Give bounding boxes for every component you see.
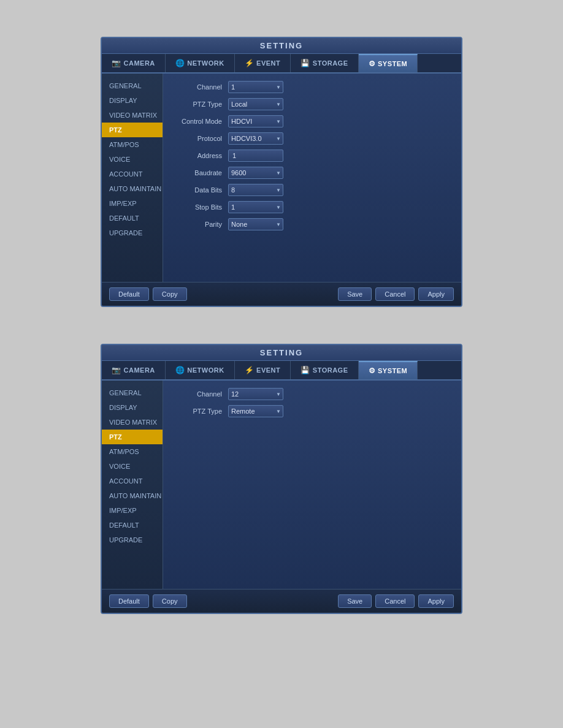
sidebar-default-1[interactable]: DEFAULT <box>102 211 163 226</box>
network-icon-2: 🌐 <box>175 366 185 374</box>
tab-event-2[interactable]: ⚡ EVENT <box>235 361 291 379</box>
sidebar-atmpos-2[interactable]: ATM/POS <box>102 444 163 459</box>
databits-select-wrapper-1: 8 <box>228 184 283 196</box>
sidebar-display-2[interactable]: DISPLAY <box>102 400 163 415</box>
sidebar-account-1[interactable]: ACCOUNT <box>102 167 163 181</box>
address-row-1: Address <box>173 150 451 162</box>
cancel-button-2[interactable]: Cancel <box>375 594 415 608</box>
btn-group-left-2: Default Copy <box>109 594 187 608</box>
sidebar-display-1[interactable]: DISPLAY <box>102 93 163 108</box>
sidebar-voice-2[interactable]: VOICE <box>102 459 163 474</box>
network-icon-1: 🌐 <box>175 59 185 67</box>
dvr-window-1: SETTING 📷 CAMERA 🌐 NETWORK ⚡ EVENT 💾 STO… <box>101 37 462 307</box>
copy-button-2[interactable]: Copy <box>153 594 187 608</box>
sidebar-voice-1[interactable]: VOICE <box>102 152 163 167</box>
camera-icon-2: 📷 <box>112 366 121 374</box>
default-button-2[interactable]: Default <box>109 594 149 608</box>
tab-system-1[interactable]: ⚙ SYSTEM <box>359 54 418 72</box>
sidebar-default-2[interactable]: DEFAULT <box>102 518 163 533</box>
bottom-bar-2: Default Copy Save Cancel Apply <box>102 589 461 613</box>
protocol-select-1[interactable]: HDCVI3.0 <box>228 132 283 145</box>
parity-label-1: Parity <box>173 221 228 228</box>
stopbits-select-1[interactable]: 1 <box>228 201 283 213</box>
tab-system-2[interactable]: ⚙ SYSTEM <box>359 361 418 379</box>
ptztype-select-1[interactable]: Local Remote <box>228 98 283 110</box>
tab-event-1[interactable]: ⚡ EVENT <box>235 54 291 72</box>
apply-button-2[interactable]: Apply <box>418 594 454 608</box>
controlmode-row-1: Control Mode HDCVI <box>173 115 451 127</box>
default-button-1[interactable]: Default <box>109 287 149 301</box>
baudrate-select-1[interactable]: 9600 <box>228 167 283 179</box>
sidebar-upgrade-2[interactable]: UPGRADE <box>102 533 163 547</box>
save-button-2[interactable]: Save <box>338 594 372 608</box>
controlmode-select-1[interactable]: HDCVI <box>228 115 283 127</box>
tab-storage-2[interactable]: 💾 STORAGE <box>291 361 358 379</box>
sidebar-ptz-2[interactable]: PTZ <box>102 430 163 444</box>
databits-select-1[interactable]: 8 <box>228 184 283 196</box>
ptztype-select-2[interactable]: Remote Local <box>228 405 283 417</box>
apply-button-1[interactable]: Apply <box>418 287 454 301</box>
channel-row-2: Channel 12 <box>173 388 451 400</box>
main-panel-1: Channel 1 PTZ Type Local Remote <box>163 74 461 282</box>
form-panel-2: Channel 12 PTZ Type Remote Local <box>163 381 461 589</box>
parity-row-1: Parity None <box>173 218 451 230</box>
baudrate-select-wrapper-1: 9600 <box>228 167 283 179</box>
storage-icon-1: 💾 <box>301 59 310 67</box>
sidebar-general-2[interactable]: GENERAL <box>102 385 163 400</box>
sidebar-impexp-2[interactable]: IMP/EXP <box>102 503 163 518</box>
channel-select-wrapper-1: 1 <box>228 81 283 93</box>
ptztype-label-2: PTZ Type <box>173 408 228 415</box>
channel-label-2: Channel <box>173 390 228 398</box>
sidebar-1: GENERAL DISPLAY VIDEO MATRIX PTZ ATM/POS… <box>102 74 163 282</box>
channel-row-1: Channel 1 <box>173 81 451 93</box>
sidebar-impexp-1[interactable]: IMP/EXP <box>102 196 163 211</box>
event-icon-1: ⚡ <box>245 59 255 67</box>
sidebar-videomatrix-1[interactable]: VIDEO MATRIX <box>102 108 163 123</box>
stopbits-row-1: Stop Bits 1 <box>173 201 451 213</box>
sidebar-account-2[interactable]: ACCOUNT <box>102 474 163 488</box>
databits-row-1: Data Bits 8 <box>173 184 451 196</box>
save-button-1[interactable]: Save <box>338 287 372 301</box>
baudrate-row-1: Baudrate 9600 <box>173 167 451 179</box>
parity-select-wrapper-1: None <box>228 218 283 230</box>
baudrate-label-1: Baudrate <box>173 169 228 176</box>
tab-camera-2[interactable]: 📷 CAMERA <box>102 361 166 379</box>
btn-group-left-1: Default Copy <box>109 287 187 301</box>
event-icon-2: ⚡ <box>245 366 255 374</box>
btn-group-right-2: Save Cancel Apply <box>338 594 454 608</box>
copy-button-1[interactable]: Copy <box>153 287 187 301</box>
sidebar-atmpos-1[interactable]: ATM/POS <box>102 137 163 152</box>
ptztype-label-1: PTZ Type <box>173 100 228 108</box>
tab-storage-1[interactable]: 💾 STORAGE <box>291 54 358 72</box>
bottom-bar-1: Default Copy Save Cancel Apply <box>102 282 461 306</box>
system-icon-2: ⚙ <box>369 366 376 375</box>
protocol-select-wrapper-1: HDCVI3.0 <box>228 132 283 145</box>
tab-bar-1: 📷 CAMERA 🌐 NETWORK ⚡ EVENT 💾 STORAGE ⚙ S… <box>102 54 461 74</box>
sidebar-ptz-1[interactable]: PTZ <box>102 123 163 137</box>
tab-camera-1[interactable]: 📷 CAMERA <box>102 54 166 72</box>
main-panel-2: Channel 12 PTZ Type Remote Local <box>163 381 461 589</box>
channel-select-1[interactable]: 1 <box>228 81 283 93</box>
sidebar-general-1[interactable]: GENERAL <box>102 78 163 93</box>
title-bar-1: SETTING <box>102 38 461 54</box>
sidebar-automaintain-2[interactable]: AUTO MAINTAIN <box>102 488 163 503</box>
parity-select-1[interactable]: None <box>228 218 283 230</box>
sidebar-automaintain-1[interactable]: AUTO MAINTAIN <box>102 181 163 196</box>
address-input-1[interactable] <box>228 150 283 162</box>
title-1: SETTING <box>260 41 303 50</box>
channel-select-wrapper-2: 12 <box>228 388 283 400</box>
ptztype-row-1: PTZ Type Local Remote <box>173 98 451 110</box>
tab-bar-2: 📷 CAMERA 🌐 NETWORK ⚡ EVENT 💾 STORAGE ⚙ S… <box>102 361 461 381</box>
content-area-1: GENERAL DISPLAY VIDEO MATRIX PTZ ATM/POS… <box>102 74 461 282</box>
sidebar-upgrade-1[interactable]: UPGRADE <box>102 226 163 240</box>
btn-group-right-1: Save Cancel Apply <box>338 287 454 301</box>
address-label-1: Address <box>173 152 228 159</box>
sidebar-videomatrix-2[interactable]: VIDEO MATRIX <box>102 415 163 430</box>
ptztype-row-2: PTZ Type Remote Local <box>173 405 451 417</box>
cancel-button-1[interactable]: Cancel <box>375 287 415 301</box>
tab-network-1[interactable]: 🌐 NETWORK <box>166 54 235 72</box>
ptztype-select-wrapper-1: Local Remote <box>228 98 283 110</box>
dvr-window-2: SETTING 📷 CAMERA 🌐 NETWORK ⚡ EVENT 💾 STO… <box>101 344 462 614</box>
tab-network-2[interactable]: 🌐 NETWORK <box>166 361 235 379</box>
channel-select-2[interactable]: 12 <box>228 388 283 400</box>
